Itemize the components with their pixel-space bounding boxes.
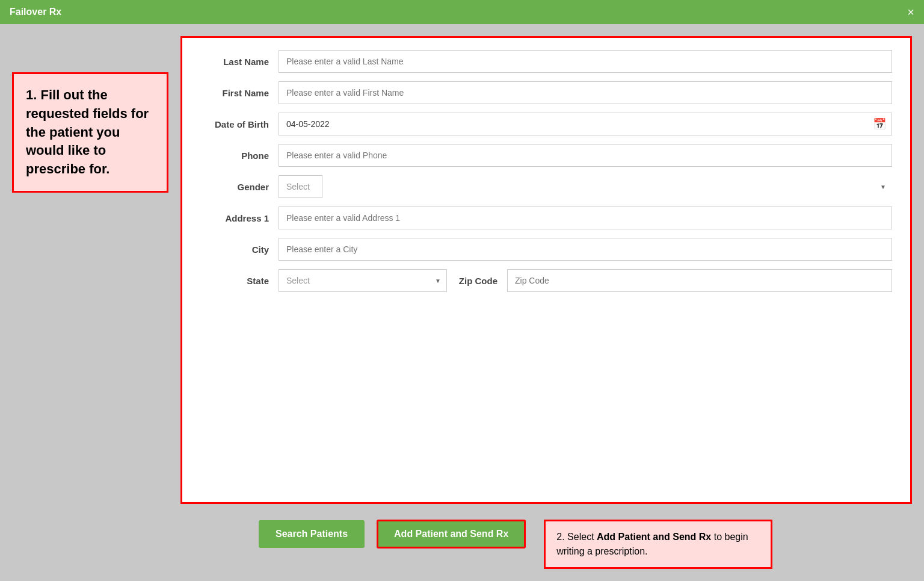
bottom-section: Search Patients Add Patient and Send Rx …: [180, 520, 912, 569]
city-input[interactable]: [279, 238, 892, 261]
state-label: State: [200, 276, 279, 286]
last-name-row: Last Name: [200, 50, 892, 73]
instruction-2-bold: Add Patient and Send Rx: [597, 532, 711, 542]
address1-input[interactable]: [279, 207, 892, 229]
patient-form: Last Name First Name Date of Birth 📅 Pho…: [180, 36, 912, 504]
first-name-label: First Name: [200, 88, 279, 98]
instruction-2-box: 2. Select Add Patient and Send Rx to beg…: [544, 520, 772, 569]
instruction-1-text: 1. Fill out the requested fields for the…: [26, 87, 149, 176]
first-name-row: First Name: [200, 81, 892, 104]
city-row: City: [200, 238, 892, 261]
instruction-2-prefix: 2. Select: [556, 532, 597, 542]
dob-label: Date of Birth: [200, 119, 279, 129]
gender-select-wrapper: Select Male Female Other: [279, 175, 892, 198]
instruction-1-box: 1. Fill out the requested fields for the…: [12, 72, 168, 193]
phone-row: Phone: [200, 144, 892, 167]
main-content: 1. Fill out the requested fields for the…: [0, 24, 924, 581]
phone-input[interactable]: [279, 144, 892, 167]
phone-label: Phone: [200, 151, 279, 161]
last-name-input[interactable]: [279, 50, 892, 73]
close-button[interactable]: ×: [907, 6, 914, 18]
state-select[interactable]: Select AL AK AZ CA NY TX: [279, 269, 447, 292]
zip-input[interactable]: [507, 269, 892, 292]
zip-label: Zip Code: [447, 276, 507, 286]
add-patient-button[interactable]: Add Patient and Send Rx: [377, 520, 526, 548]
state-zip-row: State Select AL AK AZ CA NY TX Zip Code: [200, 269, 892, 292]
state-select-wrapper: Select AL AK AZ CA NY TX: [279, 269, 447, 292]
gender-select[interactable]: Select Male Female Other: [279, 175, 322, 198]
search-patients-button[interactable]: Search Patients: [259, 520, 365, 548]
address1-row: Address 1: [200, 207, 892, 229]
city-label: City: [200, 244, 279, 255]
form-outer: Last Name First Name Date of Birth 📅 Pho…: [180, 36, 912, 569]
dob-input[interactable]: [279, 113, 892, 135]
app-title: Failover Rx: [10, 7, 61, 17]
gender-row: Gender Select Male Female Other: [200, 175, 892, 198]
last-name-label: Last Name: [200, 57, 279, 67]
title-bar: Failover Rx ×: [0, 0, 924, 24]
dob-row: Date of Birth 📅: [200, 113, 892, 135]
address1-label: Address 1: [200, 213, 279, 223]
buttons-row: Search Patients Add Patient and Send Rx: [259, 520, 526, 548]
dob-wrapper: 📅: [279, 113, 892, 135]
gender-label: Gender: [200, 182, 279, 192]
first-name-input[interactable]: [279, 81, 892, 104]
